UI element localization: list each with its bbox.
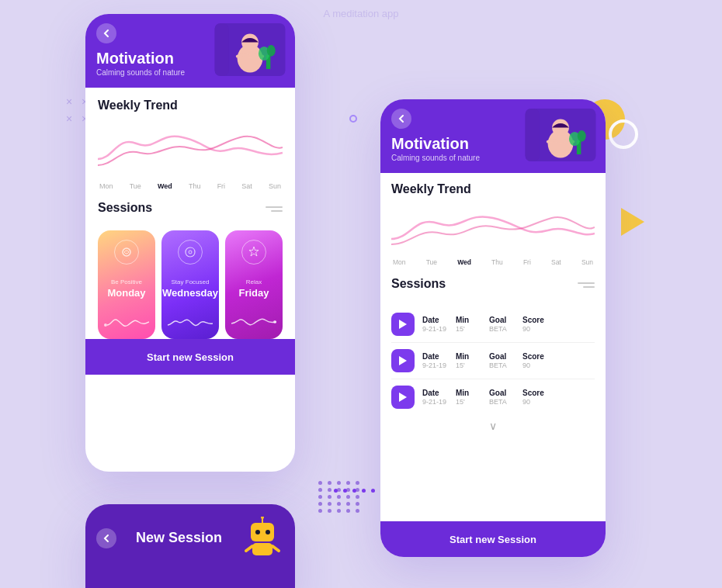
svg-rect-6 — [215, 23, 229, 76]
monday-card-day: Monday — [107, 287, 145, 299]
right-day-wed: Wed — [457, 258, 471, 266]
session-col-date-3: Date 9-21-19 — [422, 389, 450, 406]
svg-point-8 — [104, 323, 107, 327]
session-row-3: Date 9-21-19 Min 15' Goal BETA Score 90 — [391, 379, 595, 415]
bottom-back-button[interactable] — [96, 528, 116, 548]
session-col-date-1: Date 9-21-19 — [422, 316, 450, 333]
left-trend-chart — [98, 120, 283, 175]
right-day-mon: Mon — [393, 258, 406, 266]
day-fri: Fri — [217, 182, 226, 190]
svg-point-22 — [261, 517, 264, 519]
monday-card-tag: Be Positive — [111, 278, 142, 285]
right-sessions-title: Sessions — [391, 277, 446, 291]
session-col-score-1: Score 90 — [522, 316, 550, 333]
right-day-sat: Sat — [551, 258, 561, 266]
right-back-button[interactable] — [391, 109, 411, 129]
left-back-button[interactable] — [96, 23, 116, 43]
day-wed: Wed — [158, 182, 172, 190]
right-weekly-trend-title: Weekly Trend — [391, 182, 595, 196]
left-header: Motivation Calming sounds of nature — [85, 14, 295, 88]
svg-point-5 — [267, 45, 276, 57]
deco-ring — [609, 119, 638, 149]
phone-left: Motivation Calming sounds of nature Week… — [85, 14, 295, 472]
deco-dots-grid — [318, 481, 362, 513]
friday-card-tag: Relax — [246, 278, 262, 285]
left-sessions-header: Sessions — [98, 201, 283, 223]
svg-point-16 — [578, 130, 586, 142]
right-trend-chart — [391, 204, 595, 251]
right-day-thu: Thu — [491, 258, 503, 266]
wednesday-wave — [168, 311, 213, 333]
session-info-3: Date 9-21-19 Min 15' Goal BETA Score 90 — [422, 389, 595, 406]
friday-card-icon — [241, 240, 266, 265]
right-day-fri: Fri — [523, 258, 531, 266]
svg-point-19 — [255, 530, 260, 534]
right-day-tue: Tue — [426, 258, 437, 266]
session-card-wednesday[interactable]: Stay Focused Wednesday — [161, 230, 219, 339]
day-tue: Tue — [130, 182, 141, 190]
right-start-session-button[interactable]: Start new Session — [380, 521, 606, 557]
svg-line-24 — [246, 546, 252, 551]
svg-rect-23 — [252, 543, 272, 555]
deco-dots-grid-2 — [334, 489, 377, 493]
session-col-goal-3: Goal BETA — [489, 389, 516, 406]
right-sessions-table: Date 9-21-19 Min 15' Goal BETA Score 90 — [391, 306, 595, 415]
svg-point-9 — [189, 251, 192, 254]
svg-point-20 — [266, 530, 270, 534]
session-play-3[interactable] — [391, 386, 415, 409]
session-card-monday[interactable]: Be Positive Monday — [98, 230, 155, 339]
right-filter-icon[interactable] — [578, 282, 595, 293]
session-col-score-3: Score 90 — [522, 389, 550, 406]
right-day-labels: Mon Tue Wed Thu Fri Sat Sun — [391, 258, 595, 266]
svg-line-25 — [272, 546, 279, 551]
session-col-score-2: Score 90 — [522, 352, 550, 369]
session-row-1: Date 9-21-19 Min 15' Goal BETA Score 90 — [391, 306, 595, 343]
friday-card-day: Friday — [238, 287, 269, 299]
session-info-2: Date 9-21-19 Min 15' Goal BETA Score 90 — [422, 352, 595, 369]
day-sun: Sun — [269, 182, 281, 190]
day-mon: Mon — [99, 182, 113, 190]
left-filter-icon[interactable] — [266, 206, 283, 217]
left-start-session-button[interactable]: Start new Session — [85, 339, 295, 375]
left-sessions-title: Sessions — [98, 201, 152, 215]
monday-card-icon — [114, 240, 139, 265]
wednesday-card-icon — [178, 240, 203, 265]
phone-right: Motivation Calming sounds of nature Week… — [380, 99, 606, 557]
session-col-min-2: Min 15' — [456, 352, 483, 369]
right-header-illustration — [522, 104, 599, 166]
svg-rect-17 — [526, 109, 540, 161]
right-sessions-header: Sessions — [391, 277, 595, 299]
session-play-1[interactable] — [391, 313, 415, 336]
wednesday-card-day: Wednesday — [162, 287, 218, 299]
session-info-1: Date 9-21-19 Min 15' Goal BETA Score 90 — [422, 316, 595, 333]
right-content: Weekly Trend Mon Tue Wed Thu Fri Sat Sun… — [380, 173, 606, 521]
svg-point-10 — [273, 320, 276, 323]
right-header: Motivation Calming sounds of nature — [380, 99, 606, 173]
session-col-date-2: Date 9-21-19 — [422, 352, 450, 369]
page-watermark: A meditation app — [324, 8, 399, 19]
left-content: Weekly Trend Mon Tue Wed Thu Fri Sat Sun… — [85, 88, 295, 339]
left-session-cards: Be Positive Monday Stay Focused Wednesda… — [98, 230, 283, 339]
left-weekly-trend-title: Weekly Trend — [98, 99, 283, 112]
wednesday-card-tag: Stay Focused — [172, 278, 210, 285]
session-row-2: Date 9-21-19 Min 15' Goal BETA Score 90 — [391, 343, 595, 379]
session-col-goal-1: Goal BETA — [489, 316, 516, 333]
session-play-2[interactable] — [391, 349, 415, 372]
left-day-labels: Mon Tue Wed Thu Fri Sat Sun — [98, 182, 283, 190]
bottom-phone-title: New Session — [136, 530, 222, 546]
expand-chevron[interactable]: ∨ — [391, 415, 595, 437]
right-day-sun: Sun — [581, 258, 593, 266]
day-sat: Sat — [241, 182, 252, 190]
svg-rect-18 — [251, 523, 274, 541]
bottom-phone-header: New Session — [85, 504, 295, 567]
session-col-min-3: Min 15' — [456, 389, 483, 406]
friday-wave — [231, 311, 276, 333]
session-card-friday[interactable]: Relax Friday — [225, 230, 283, 339]
bottom-illustration — [241, 517, 284, 559]
session-col-goal-2: Goal BETA — [489, 352, 516, 369]
day-thu: Thu — [189, 182, 201, 190]
phone-bottom: New Session — [85, 504, 295, 588]
left-header-illustration — [211, 19, 289, 81]
monday-wave — [104, 311, 149, 333]
deco-dot-small-1 — [349, 115, 357, 123]
